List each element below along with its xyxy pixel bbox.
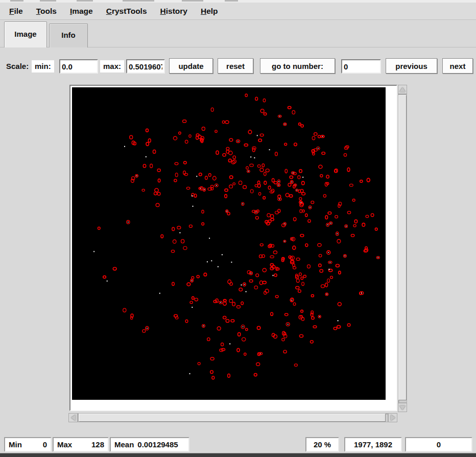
- diffraction-image-canvas[interactable]: [72, 87, 386, 400]
- scroll-right-button[interactable]: [388, 413, 397, 422]
- status-mean: Mean 0.00129485: [110, 437, 189, 452]
- scroll-down-button[interactable]: [398, 403, 407, 412]
- status-max-value: 128: [91, 440, 104, 449]
- menu-tools[interactable]: Tools: [36, 7, 57, 16]
- status-min: Min 0: [4, 437, 52, 452]
- status-mean-label: Mean: [114, 440, 134, 449]
- status-zoom-value: 20 %: [314, 440, 331, 449]
- tab-info[interactable]: Info: [49, 23, 88, 47]
- status-extra-value: 0: [437, 440, 441, 449]
- diffraction-spots-layer: [72, 87, 386, 400]
- update-button[interactable]: update: [169, 58, 213, 74]
- status-pixel-value: 0: [405, 437, 472, 452]
- status-cursor-position: 1977, 1892: [344, 437, 402, 452]
- arrow-down-icon: [399, 405, 406, 410]
- scroll-up-button[interactable]: [398, 85, 407, 94]
- menu-help[interactable]: Help: [201, 7, 218, 16]
- menu-image[interactable]: Image: [70, 7, 93, 16]
- previous-button[interactable]: previous: [386, 58, 437, 74]
- image-number-input[interactable]: [341, 59, 381, 74]
- next-button[interactable]: next: [442, 58, 473, 74]
- min-label: min:: [32, 60, 54, 73]
- menu-file[interactable]: File: [9, 7, 23, 16]
- window-bottom-edge: [0, 453, 476, 457]
- scroll-left-button[interactable]: [68, 413, 78, 422]
- scale-label: Scale:: [6, 60, 29, 73]
- status-mean-value: 0.00129485: [137, 440, 178, 449]
- status-position-value: 1977, 1892: [354, 440, 392, 449]
- statusbar: Min 0 Max 128 Mean 0.00129485 20 % 1977,…: [0, 437, 476, 452]
- scale-max-input[interactable]: [126, 59, 165, 74]
- reset-button[interactable]: reset: [218, 58, 253, 74]
- status-max-label: Max: [57, 440, 72, 449]
- horizontal-scrollbar-thumb[interactable]: [79, 414, 386, 422]
- arrow-left-icon: [71, 415, 76, 421]
- arrow-up-icon: [399, 87, 406, 92]
- menu-crysttools[interactable]: CrystTools: [106, 7, 147, 16]
- menubar: File Tools Image CrystTools History Help: [0, 3, 476, 20]
- scale-min-input[interactable]: [59, 59, 98, 74]
- status-min-label: Min: [9, 440, 22, 449]
- max-label: max:: [100, 60, 124, 73]
- vertical-scrollbar-thumb[interactable]: [398, 95, 407, 400]
- notebook-tabs: Image Info: [0, 20, 476, 47]
- vertical-scrollbar: [398, 85, 408, 412]
- tab-image[interactable]: Image: [4, 21, 47, 47]
- status-min-value: 0: [43, 440, 47, 449]
- image-viewport-frame: [69, 85, 397, 411]
- status-zoom: 20 %: [305, 437, 339, 452]
- scale-toolbar: Scale: min: max: update reset go to numb…: [0, 56, 476, 79]
- arrow-right-icon: [391, 415, 395, 421]
- menu-history[interactable]: History: [160, 7, 187, 16]
- go-to-number-button[interactable]: go to number:: [260, 58, 335, 74]
- status-max: Max 128: [53, 437, 109, 452]
- horizontal-scrollbar: [68, 413, 397, 423]
